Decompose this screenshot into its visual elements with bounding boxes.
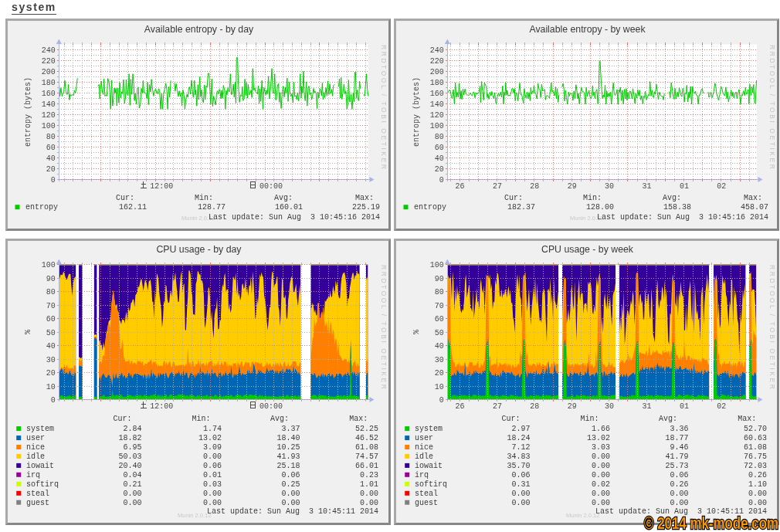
svg-text:72.03: 72.03: [744, 461, 767, 469]
svg-text:12:00: 12:00: [150, 181, 173, 190]
svg-text:225.19: 225.19: [352, 203, 380, 212]
svg-text:0.26: 0.26: [748, 470, 767, 479]
svg-text:28: 28: [530, 181, 539, 190]
svg-text:70: 70: [46, 301, 56, 310]
svg-text:29: 29: [568, 402, 577, 410]
svg-text:irq: irq: [415, 470, 429, 479]
svg-text:3.09: 3.09: [203, 442, 222, 451]
svg-text:100: 100: [430, 261, 444, 269]
svg-text:idle: idle: [26, 452, 45, 460]
svg-text:128.00: 128.00: [586, 203, 614, 212]
svg-text:100: 100: [42, 261, 56, 269]
svg-text:Min:: Min:: [192, 414, 210, 422]
svg-text:0.06: 0.06: [511, 470, 530, 479]
svg-text:0.06: 0.06: [282, 470, 300, 479]
svg-text:Max:: Max:: [355, 194, 374, 202]
svg-text:31: 31: [642, 181, 651, 190]
svg-text:80: 80: [46, 132, 56, 141]
svg-text:softirq: softirq: [26, 479, 59, 488]
svg-text:25.18: 25.18: [277, 461, 300, 469]
svg-text:Avg:: Avg:: [659, 414, 677, 422]
svg-text:46.52: 46.52: [355, 433, 378, 442]
svg-text:0.23: 0.23: [360, 470, 378, 479]
svg-text:system: system: [26, 424, 54, 432]
svg-text:60: 60: [435, 143, 444, 151]
svg-text:158.38: 158.38: [663, 203, 691, 212]
svg-text:0.21: 0.21: [123, 479, 141, 488]
svg-text:iowait: iowait: [26, 461, 54, 469]
svg-text:irq: irq: [26, 470, 40, 479]
svg-text:140: 140: [430, 100, 444, 108]
svg-text:66.01: 66.01: [355, 461, 378, 469]
svg-text:02: 02: [717, 402, 726, 410]
svg-text:40: 40: [46, 342, 56, 351]
svg-text:0.02: 0.02: [592, 479, 610, 488]
svg-text:40: 40: [435, 154, 444, 162]
svg-text:18.40: 18.40: [277, 433, 300, 442]
svg-text:220: 220: [430, 56, 444, 65]
svg-text:0.00: 0.00: [360, 489, 378, 497]
svg-text:0.00: 0.00: [360, 498, 378, 507]
svg-text:160: 160: [430, 89, 444, 97]
svg-text:nice: nice: [26, 442, 45, 451]
svg-text:guest: guest: [415, 498, 438, 507]
svg-text:182.37: 182.37: [507, 203, 535, 212]
svg-text:Munin 2.0.12: Munin 2.0.12: [566, 511, 599, 518]
svg-text:© 2014 mk-mode.com: © 2014 mk-mode.com: [644, 513, 778, 532]
svg-text:26: 26: [455, 402, 464, 410]
svg-text:31: 31: [642, 402, 651, 410]
svg-text:100: 100: [430, 121, 444, 130]
svg-text:entropy (bytes): entropy (bytes): [24, 76, 32, 146]
svg-text:0: 0: [51, 176, 56, 185]
svg-text:02: 02: [717, 181, 726, 190]
svg-text:0.00: 0.00: [203, 489, 222, 497]
svg-text:system: system: [415, 424, 443, 432]
svg-text:0.00: 0.00: [592, 498, 610, 507]
svg-text:0.00: 0.00: [592, 452, 610, 460]
svg-text:70: 70: [435, 301, 444, 310]
svg-text:160.01: 160.01: [275, 203, 303, 212]
svg-text:Max:: Max:: [738, 414, 756, 422]
svg-text:guest: guest: [26, 498, 49, 507]
svg-text:10: 10: [435, 382, 444, 391]
svg-text:user: user: [415, 433, 433, 442]
svg-text:entropy: entropy: [414, 203, 446, 212]
svg-text:13.02: 13.02: [587, 433, 610, 442]
svg-text:iowait: iowait: [415, 461, 443, 469]
svg-text:0: 0: [51, 396, 56, 405]
svg-text:0.00: 0.00: [282, 498, 300, 507]
svg-text:RRDTOOL / TOBI OETIKER: RRDTOOL / TOBI OETIKER: [768, 45, 776, 171]
svg-text:1.10: 1.10: [748, 479, 767, 488]
svg-text:00:00: 00:00: [259, 181, 283, 190]
svg-text:30: 30: [46, 355, 56, 364]
svg-text:00:00: 00:00: [259, 402, 283, 410]
svg-text:10.25: 10.25: [277, 442, 300, 451]
svg-text:0.03: 0.03: [203, 479, 222, 488]
svg-text:162.11: 162.11: [119, 203, 147, 212]
svg-text:0: 0: [439, 396, 444, 405]
svg-text:CPU usage - by day: CPU usage - by day: [156, 243, 242, 254]
svg-text:18.82: 18.82: [118, 433, 141, 442]
svg-text:0.31: 0.31: [511, 479, 530, 488]
svg-text:240: 240: [430, 46, 444, 54]
svg-text:1.74: 1.74: [203, 424, 222, 432]
svg-text:steal: steal: [26, 489, 49, 497]
svg-text:Avg:: Avg:: [663, 194, 681, 202]
svg-text:3.36: 3.36: [670, 424, 689, 432]
svg-text:01: 01: [680, 181, 689, 190]
svg-text:90: 90: [435, 274, 444, 283]
svg-text:50.03: 50.03: [118, 452, 141, 460]
svg-text:Available entropy - by day: Available entropy - by day: [144, 23, 254, 34]
svg-text:200: 200: [42, 67, 56, 76]
svg-text:0.00: 0.00: [511, 489, 530, 497]
svg-text:0.00: 0.00: [592, 461, 610, 469]
svg-text:80: 80: [46, 288, 56, 296]
svg-text:74.57: 74.57: [355, 452, 378, 460]
svg-text:25.73: 25.73: [666, 461, 689, 469]
svg-text:entropy (bytes): entropy (bytes): [412, 76, 421, 146]
svg-text:180: 180: [430, 78, 444, 86]
svg-text:3.37: 3.37: [282, 424, 300, 432]
svg-text:Cur:: Cur:: [116, 194, 134, 202]
svg-text:80: 80: [435, 132, 444, 141]
svg-text:18.24: 18.24: [507, 433, 530, 442]
